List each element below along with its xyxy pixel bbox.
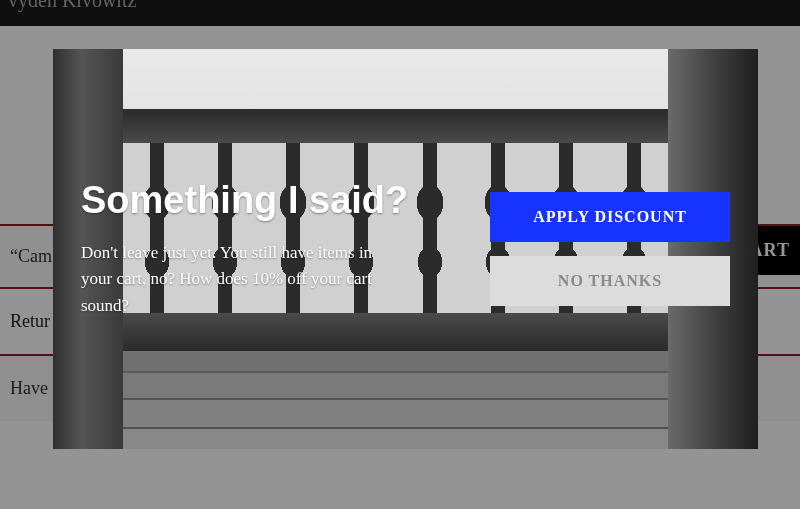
modal-body: Don't leave just yet. You still have ite… — [81, 240, 381, 319]
modal-heading: Something I said? — [81, 179, 470, 222]
no-thanks-button[interactable]: NO THANKS — [490, 256, 730, 306]
apply-discount-button[interactable]: APPLY DISCOUNT — [490, 192, 730, 242]
exit-intent-modal: Something I said? Don't leave just yet. … — [53, 49, 758, 449]
